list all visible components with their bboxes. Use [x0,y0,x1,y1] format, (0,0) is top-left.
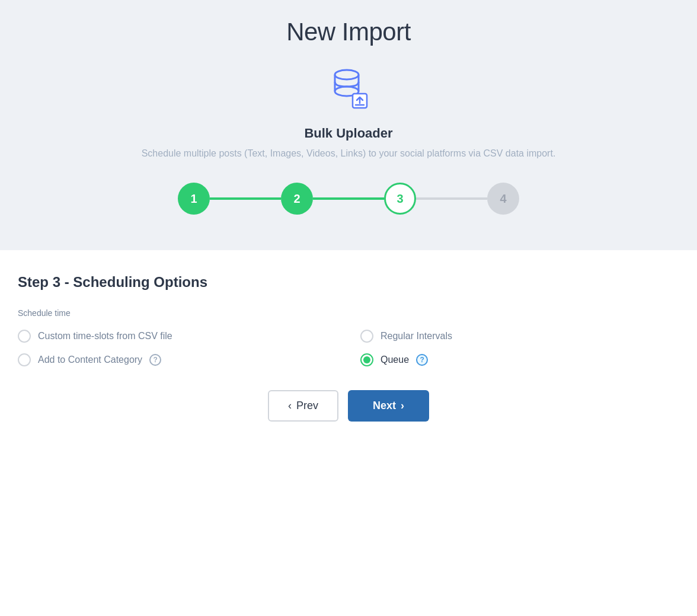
radio-options-grid: Custom time-slots from CSV file Regular … [18,330,679,366]
button-row: ‹ Prev Next › [18,390,679,422]
prev-button-label: Prev [296,400,318,412]
radio-label-queue: Queue [381,355,409,365]
content-section: Step 3 - Scheduling Options Schedule tim… [0,250,697,616]
header-section: New Import Bulk Uploader Schedule multip… [0,0,697,250]
bulk-uploader-description: Schedule multiple posts (Text, Images, V… [142,148,556,159]
radio-inner-queue [363,356,370,363]
radio-outer-custom-slots [18,330,31,343]
radio-regular-intervals[interactable]: Regular Intervals [360,330,679,343]
radio-custom-slots[interactable]: Custom time-slots from CSV file [18,330,337,343]
db-icon-wrapper [325,64,372,114]
step-heading: Step 3 - Scheduling Options [18,274,679,291]
next-chevron-icon: › [401,400,404,412]
help-icon-content-category[interactable]: ? [149,354,161,366]
database-upload-icon [325,64,372,114]
radio-queue[interactable]: Queue ? [360,353,679,366]
help-icon-queue[interactable]: ? [416,354,428,366]
radio-outer-content-category [18,353,31,366]
step-3[interactable]: 3 [384,183,416,215]
step-2[interactable]: 2 [281,183,313,215]
radio-outer-regular-intervals [360,330,373,343]
stepper: 1 2 3 4 [178,183,519,215]
step-line-1-2 [210,197,281,200]
next-button-label: Next [373,400,396,412]
step-1[interactable]: 1 [178,183,210,215]
step-line-2-3 [313,197,384,200]
svg-point-0 [335,70,359,79]
radio-label-content-category: Add to Content Category [38,355,142,365]
step-4[interactable]: 4 [487,183,519,215]
next-button[interactable]: Next › [348,390,429,422]
radio-content-category[interactable]: Add to Content Category ? [18,353,337,366]
radio-label-regular-intervals: Regular Intervals [381,331,452,341]
page-title: New Import [286,18,411,46]
bulk-uploader-title: Bulk Uploader [304,126,392,141]
radio-outer-queue [360,353,373,366]
prev-button[interactable]: ‹ Prev [268,390,338,422]
schedule-label: Schedule time [18,308,679,318]
radio-label-custom-slots: Custom time-slots from CSV file [38,331,172,341]
prev-chevron-icon: ‹ [288,400,292,412]
step-line-3-4 [416,197,487,200]
